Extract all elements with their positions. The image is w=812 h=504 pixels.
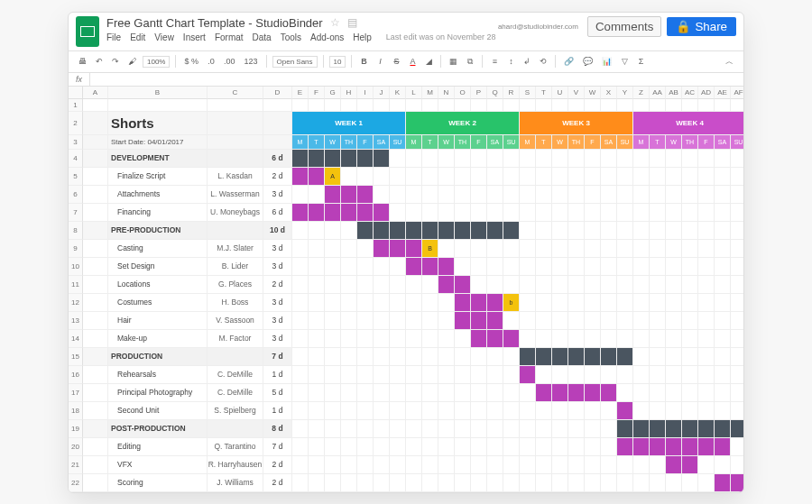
gantt-cell[interactable]	[503, 330, 520, 348]
gantt-cell[interactable]	[601, 456, 617, 474]
gantt-cell[interactable]	[552, 204, 568, 222]
gantt-cell[interactable]	[731, 402, 744, 420]
menu-format[interactable]: Format	[215, 32, 244, 42]
gantt-cell[interactable]	[406, 402, 422, 420]
gantt-cell[interactable]	[698, 294, 715, 312]
gantt-cell[interactable]	[309, 330, 325, 348]
gantt-cell[interactable]	[357, 420, 374, 438]
gantt-cell[interactable]	[585, 420, 601, 438]
gantt-cell[interactable]	[552, 438, 568, 456]
gantt-cell[interactable]	[698, 150, 715, 168]
gantt-cell[interactable]	[341, 276, 357, 294]
gantt-cell[interactable]	[698, 312, 715, 330]
gantt-cell[interactable]	[422, 186, 438, 204]
gantt-cell[interactable]	[341, 330, 357, 348]
cell[interactable]	[83, 240, 108, 258]
italic-icon[interactable]: I	[374, 55, 386, 68]
merge-icon[interactable]: ⧉	[464, 55, 476, 69]
gantt-cell[interactable]	[536, 330, 552, 348]
gantt-cell[interactable]	[455, 384, 471, 402]
day-header[interactable]: SU	[731, 135, 744, 150]
gantt-cell[interactable]	[698, 420, 715, 438]
gantt-cell[interactable]	[601, 99, 617, 112]
day-header[interactable]: W	[666, 135, 682, 150]
gantt-cell[interactable]	[731, 348, 744, 366]
gantt-cell[interactable]	[325, 348, 341, 366]
gantt-cell[interactable]	[617, 330, 633, 348]
gantt-cell[interactable]	[585, 258, 601, 276]
gantt-cell[interactable]	[568, 402, 585, 420]
row-header[interactable]: 7	[69, 204, 83, 222]
task-duration[interactable]: 2 d	[263, 456, 292, 474]
gantt-cell[interactable]	[455, 402, 471, 420]
gantt-cell[interactable]	[633, 384, 650, 402]
row-header[interactable]: 20	[69, 438, 83, 456]
gantt-cell[interactable]	[309, 402, 325, 420]
column-header[interactable]: D	[263, 87, 292, 99]
gantt-cell[interactable]	[357, 348, 374, 366]
gantt-cell[interactable]	[568, 438, 585, 456]
gantt-cell[interactable]	[682, 330, 698, 348]
cell[interactable]	[83, 222, 108, 240]
gantt-cell[interactable]	[731, 384, 744, 402]
menu-view[interactable]: View	[154, 32, 174, 42]
gantt-cell[interactable]	[650, 348, 666, 366]
gantt-cell[interactable]	[341, 294, 357, 312]
gantt-cell[interactable]	[650, 420, 666, 438]
row-header[interactable]: 1	[69, 99, 83, 112]
gantt-cell[interactable]	[503, 384, 520, 402]
phase-duration[interactable]: 6 d	[263, 150, 292, 168]
gantt-cell[interactable]	[633, 276, 650, 294]
gantt-cell[interactable]	[471, 384, 487, 402]
gantt-cell[interactable]	[715, 186, 731, 204]
gantt-cell[interactable]	[390, 99, 406, 112]
gantt-cell[interactable]	[438, 186, 455, 204]
gantt-cell[interactable]	[715, 204, 731, 222]
increase-decimal-icon[interactable]: .00	[221, 55, 238, 68]
gantt-cell[interactable]	[390, 384, 406, 402]
gantt-cell[interactable]	[520, 474, 536, 492]
share-button[interactable]: 🔒 Share	[667, 17, 736, 36]
gantt-cell[interactable]	[341, 312, 357, 330]
gantt-cell[interactable]	[390, 438, 406, 456]
task-duration[interactable]: 1 d	[263, 366, 292, 384]
gantt-cell[interactable]	[650, 456, 666, 474]
gantt-cell[interactable]	[422, 402, 438, 420]
gantt-cell[interactable]	[585, 348, 601, 366]
gantt-cell[interactable]	[650, 384, 666, 402]
gantt-cell[interactable]	[357, 204, 374, 222]
column-header[interactable]: Q	[487, 87, 503, 99]
cell[interactable]	[83, 366, 108, 384]
gantt-cell[interactable]	[406, 204, 422, 222]
gantt-cell[interactable]	[374, 186, 390, 204]
gantt-cell[interactable]	[585, 276, 601, 294]
row-header[interactable]: 16	[69, 366, 83, 384]
gantt-cell[interactable]	[503, 150, 520, 168]
gantt-cell[interactable]	[617, 204, 633, 222]
cell[interactable]	[208, 99, 263, 112]
gantt-cell[interactable]	[666, 150, 682, 168]
gantt-cell[interactable]	[487, 150, 503, 168]
gantt-cell[interactable]	[552, 240, 568, 258]
gantt-cell[interactable]	[471, 438, 487, 456]
cell[interactable]	[83, 186, 108, 204]
column-header[interactable]: AA	[650, 87, 666, 99]
gantt-cell[interactable]	[292, 186, 309, 204]
gantt-cell[interactable]	[406, 150, 422, 168]
gantt-cell[interactable]	[374, 276, 390, 294]
gantt-cell[interactable]	[601, 222, 617, 240]
day-header[interactable]: M	[633, 135, 650, 150]
gantt-cell[interactable]	[585, 204, 601, 222]
cell[interactable]	[83, 135, 108, 150]
day-header[interactable]: SU	[503, 135, 520, 150]
column-header[interactable]: V	[568, 87, 585, 99]
gantt-cell[interactable]	[698, 204, 715, 222]
gantt-cell[interactable]	[406, 366, 422, 384]
gantt-cell[interactable]	[568, 204, 585, 222]
row-header[interactable]: 5	[69, 168, 83, 186]
gantt-cell[interactable]	[552, 312, 568, 330]
gantt-cell[interactable]	[552, 150, 568, 168]
gantt-cell[interactable]	[666, 384, 682, 402]
gantt-cell[interactable]	[487, 240, 503, 258]
gantt-cell[interactable]	[390, 366, 406, 384]
